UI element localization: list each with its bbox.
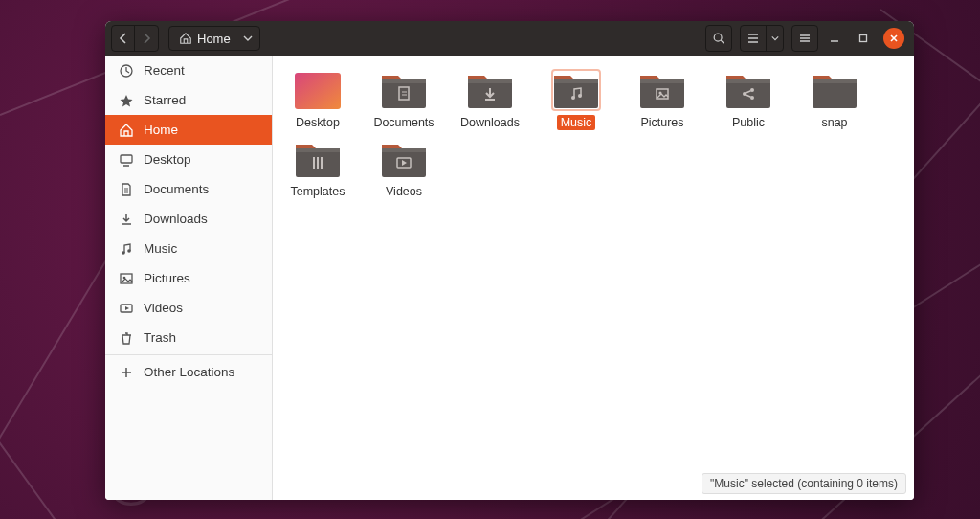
svg-point-49 bbox=[578, 94, 582, 98]
folder-label: Videos bbox=[382, 184, 426, 199]
close-button[interactable] bbox=[883, 28, 904, 49]
titlebar: Home bbox=[105, 21, 914, 56]
maximize-button[interactable] bbox=[851, 26, 876, 51]
svg-rect-61 bbox=[813, 79, 857, 108]
folder-desktop[interactable]: Desktop bbox=[280, 69, 355, 130]
folder-label: Documents bbox=[369, 115, 437, 130]
music-icon bbox=[119, 241, 134, 257]
svg-rect-55 bbox=[726, 79, 770, 83]
plus-icon bbox=[119, 365, 134, 380]
svg-rect-69 bbox=[382, 148, 426, 152]
view-dropdown[interactable] bbox=[766, 26, 783, 51]
folder-downloads[interactable]: Downloads bbox=[453, 69, 527, 130]
folder-music[interactable]: Music bbox=[539, 69, 613, 130]
svg-rect-39 bbox=[382, 79, 426, 83]
svg-rect-46 bbox=[554, 79, 598, 108]
sidebar-item-starred[interactable]: Starred bbox=[105, 85, 272, 115]
sidebar-item-label: Music bbox=[144, 241, 177, 256]
home-icon bbox=[119, 123, 134, 138]
folder-label: Pictures bbox=[636, 115, 687, 130]
status-bar: "Music" selected (containing 0 items) bbox=[702, 473, 906, 494]
sidebar-item-label: Starred bbox=[144, 93, 186, 107]
sidebar-item-desktop[interactable]: Desktop bbox=[105, 145, 272, 174]
svg-line-12 bbox=[721, 40, 724, 43]
sidebar-item-music[interactable]: Music bbox=[105, 234, 272, 263]
svg-rect-37 bbox=[295, 73, 341, 109]
sidebar-item-home[interactable]: Home bbox=[105, 115, 272, 145]
minimize-icon bbox=[830, 34, 839, 43]
folder-label: Templates bbox=[287, 184, 349, 199]
search-button[interactable] bbox=[706, 26, 731, 51]
sidebar-item-label: Documents bbox=[144, 182, 209, 196]
maximize-icon bbox=[858, 34, 868, 43]
folder-icon bbox=[379, 69, 429, 111]
folder-label: Desktop bbox=[292, 115, 344, 130]
sidebar-item-videos[interactable]: Videos bbox=[105, 293, 272, 323]
sidebar-item-label: Desktop bbox=[144, 152, 191, 167]
minimize-button[interactable] bbox=[822, 26, 847, 51]
sidebar-item-label: Home bbox=[144, 123, 178, 137]
folder-label: Music bbox=[557, 115, 596, 130]
path-label: Home bbox=[197, 32, 231, 46]
folder-videos[interactable]: Videos bbox=[367, 138, 441, 199]
folder-icon bbox=[465, 69, 515, 111]
sidebar-item-pictures[interactable]: Pictures bbox=[105, 263, 272, 293]
svg-rect-50 bbox=[640, 79, 684, 108]
sidebar-item-label: Videos bbox=[144, 301, 183, 315]
svg-rect-51 bbox=[640, 79, 684, 83]
svg-rect-24 bbox=[121, 155, 132, 163]
svg-point-30 bbox=[122, 251, 125, 255]
path-home[interactable]: Home bbox=[171, 27, 238, 50]
sidebar-item-label: Pictures bbox=[144, 271, 190, 285]
folder-icon bbox=[724, 69, 773, 111]
close-icon bbox=[889, 34, 899, 43]
svg-point-31 bbox=[127, 249, 131, 253]
clock-icon bbox=[119, 63, 134, 79]
folder-snap[interactable]: snap bbox=[797, 69, 872, 130]
folder-documents[interactable]: Documents bbox=[367, 69, 441, 130]
sidebar-item-recent[interactable]: Recent bbox=[105, 56, 272, 85]
star-icon bbox=[119, 93, 134, 108]
svg-rect-20 bbox=[860, 35, 867, 42]
folder-icon bbox=[637, 69, 687, 111]
folder-icon bbox=[293, 138, 343, 180]
sidebar-item-label: Recent bbox=[144, 63, 185, 78]
svg-point-48 bbox=[571, 96, 575, 100]
sidebar-item-trash[interactable]: Trash bbox=[105, 323, 272, 352]
main-pane[interactable]: DesktopDocumentsDownloadsMusicPicturesPu… bbox=[273, 56, 914, 500]
path-bar[interactable]: Home bbox=[168, 26, 260, 51]
svg-rect-54 bbox=[726, 79, 770, 108]
folder-label: Downloads bbox=[457, 115, 523, 130]
sidebar-item-label: Other Locations bbox=[144, 365, 234, 379]
folder-pictures[interactable]: Pictures bbox=[625, 69, 700, 130]
folder-label: snap bbox=[817, 115, 851, 130]
folder-icon bbox=[293, 69, 343, 111]
svg-rect-44 bbox=[468, 79, 512, 83]
folder-label: Public bbox=[728, 115, 768, 130]
folder-templates[interactable]: Templates bbox=[280, 138, 355, 199]
path-dropdown[interactable] bbox=[238, 35, 257, 41]
folder-grid: DesktopDocumentsDownloadsMusicPicturesPu… bbox=[273, 56, 914, 213]
sidebar-item-documents[interactable]: Documents bbox=[105, 174, 272, 204]
folder-icon bbox=[551, 69, 601, 111]
folder-icon bbox=[379, 138, 429, 180]
sidebar-item-label: Downloads bbox=[144, 212, 208, 226]
forward-button[interactable] bbox=[135, 26, 158, 51]
svg-line-6 bbox=[0, 364, 67, 519]
vid-icon bbox=[119, 301, 134, 316]
view-list-button[interactable] bbox=[741, 26, 766, 51]
sidebar-other-locations[interactable]: Other Locations bbox=[105, 357, 272, 387]
list-icon bbox=[746, 32, 760, 45]
back-button[interactable] bbox=[112, 26, 135, 51]
chevron-down-icon bbox=[771, 35, 779, 41]
hamburger-menu[interactable] bbox=[792, 26, 817, 51]
trash-icon bbox=[119, 330, 134, 346]
folder-icon bbox=[810, 69, 859, 111]
sidebar-item-label: Trash bbox=[144, 330, 176, 345]
down-icon bbox=[119, 212, 134, 227]
pic-icon bbox=[119, 271, 134, 286]
search-icon bbox=[712, 32, 725, 45]
folder-public[interactable]: Public bbox=[711, 69, 786, 130]
sidebar-item-downloads[interactable]: Downloads bbox=[105, 204, 272, 234]
svg-rect-62 bbox=[813, 79, 857, 83]
